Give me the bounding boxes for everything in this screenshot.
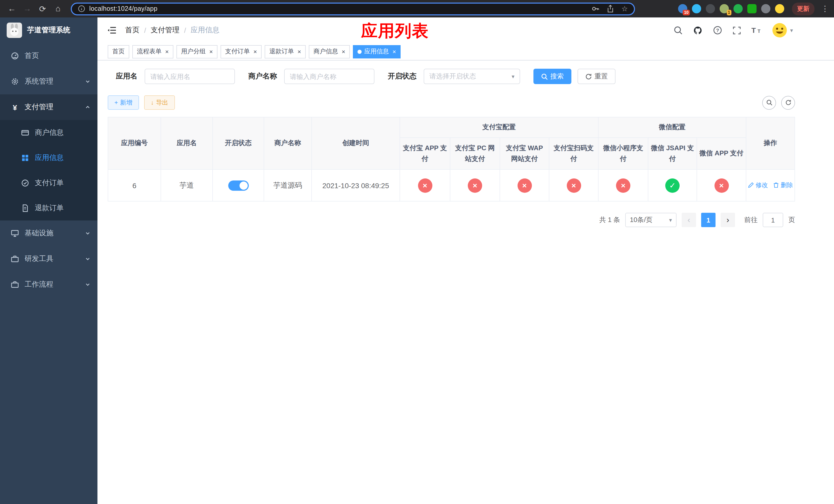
cell-alipay-wap: ×: [500, 169, 549, 201]
back-icon[interactable]: ←: [5, 2, 19, 15]
extensions-puzzle-icon[interactable]: [761, 4, 770, 13]
tab-label: 商户信息: [313, 47, 338, 56]
enable-switch[interactable]: [228, 180, 248, 190]
page-size-select[interactable]: 10条/页 ▾: [625, 213, 677, 227]
close-icon[interactable]: ×: [392, 48, 396, 54]
sidebar-item-merchant-info[interactable]: 商户信息: [0, 120, 97, 145]
sidebar-logo[interactable]: 芋道管理系统: [0, 18, 97, 43]
add-button[interactable]: + 新增: [108, 95, 139, 110]
edit-button[interactable]: 修改: [748, 181, 768, 190]
next-page-button[interactable]: ›: [721, 213, 735, 227]
extension-icon-green-square[interactable]: [747, 4, 756, 13]
breadcrumb-payment[interactable]: 支付管理: [151, 26, 179, 35]
sidebar-item-home[interactable]: 首页: [0, 43, 97, 69]
tab-app-info[interactable]: 应用信息×: [353, 45, 401, 58]
close-icon[interactable]: ×: [209, 48, 213, 54]
svg-text:T: T: [752, 26, 756, 35]
close-icon[interactable]: ×: [254, 48, 257, 54]
forward-icon[interactable]: →: [21, 2, 34, 15]
sidebar-item-app-info[interactable]: 应用信息: [0, 145, 97, 170]
current-page-button[interactable]: 1: [701, 213, 716, 227]
sidebar-item-dev-tools[interactable]: 研发工具: [0, 246, 97, 272]
tab-user-group[interactable]: 用户分组×: [176, 45, 218, 58]
close-icon[interactable]: ×: [342, 48, 345, 54]
sidebar-item-label: 商户信息: [35, 128, 64, 137]
chevron-down-icon: [85, 231, 90, 236]
refresh-table-button[interactable]: [781, 96, 795, 110]
tab-refund-orders[interactable]: 退款订单×: [265, 45, 306, 58]
url-text: localhost:1024/pay/app: [89, 5, 157, 12]
status-cross-icon: ×: [567, 178, 581, 192]
address-bar[interactable]: localhost:1024/pay/app ☆: [71, 2, 635, 15]
tab-home[interactable]: 首页: [108, 45, 129, 58]
reset-button-label: 重置: [594, 72, 608, 81]
site-info-icon[interactable]: [78, 5, 85, 12]
export-button-label: 导出: [156, 98, 168, 107]
browser-menu-icon[interactable]: ⋮: [821, 4, 829, 13]
github-icon[interactable]: [693, 25, 703, 35]
sidebar-item-label: 支付订单: [35, 178, 64, 187]
sidebar-item-payment[interactable]: ¥ 支付管理: [0, 94, 97, 120]
breadcrumb-home[interactable]: 首页: [125, 26, 139, 35]
merchant-name-input[interactable]: [284, 69, 374, 84]
delete-button-label: 删除: [781, 181, 793, 190]
password-key-icon[interactable]: [592, 5, 600, 13]
toolbox-icon: [10, 255, 20, 263]
sidebar-item-payment-orders[interactable]: 支付订单: [0, 170, 97, 196]
toolbox-icon: [10, 280, 20, 289]
pencil-icon: [748, 182, 754, 188]
status-cross-icon: ×: [468, 178, 482, 192]
profile-emoji-icon[interactable]: [775, 4, 784, 13]
yuan-icon: ¥: [10, 103, 20, 112]
tab-label: 应用信息: [364, 47, 389, 56]
app-name-input[interactable]: [145, 69, 235, 84]
fullscreen-icon[interactable]: [733, 26, 741, 35]
toggle-search-button[interactable]: [762, 96, 776, 110]
sidebar-item-workflow[interactable]: 工作流程: [0, 272, 97, 297]
sidebar-item-refund-orders[interactable]: 退款订单: [0, 196, 97, 221]
sidebar-toggle-icon[interactable]: [107, 25, 117, 36]
dashboard-icon: [10, 52, 20, 60]
pagination: 共 1 条 10条/页 ▾ ‹ 1 › 前往 页: [108, 213, 795, 227]
close-icon[interactable]: ×: [165, 48, 169, 54]
sidebar-item-system[interactable]: 系统管理: [0, 69, 97, 94]
extension-icon-blue[interactable]: 10: [678, 4, 687, 13]
extension-icon-lightblue[interactable]: [692, 4, 701, 13]
bookmark-star-icon[interactable]: ☆: [621, 5, 628, 12]
sidebar-item-infrastructure[interactable]: 基础设施: [0, 221, 97, 246]
col-header-name: 应用名: [161, 117, 213, 169]
status-select[interactable]: 请选择开启状态 ▾: [424, 69, 520, 84]
navbar-actions: ? TT ▾: [674, 23, 793, 38]
search-icon[interactable]: [674, 26, 683, 35]
sidebar-item-label: 应用信息: [35, 153, 64, 162]
extension-icon-green-circle[interactable]: [733, 4, 743, 13]
extension-icon-avatar[interactable]: 1: [720, 4, 729, 13]
help-icon[interactable]: ?: [713, 26, 722, 35]
prev-page-button[interactable]: ‹: [682, 213, 696, 227]
col-header-status: 开启状态: [213, 117, 264, 169]
cell-actions: 修改 删除: [746, 169, 795, 201]
svg-text:T: T: [758, 29, 761, 34]
browser-update-button[interactable]: 更新: [792, 2, 814, 15]
user-avatar[interactable]: ▾: [772, 23, 793, 38]
extension-icon-dark[interactable]: [706, 4, 715, 13]
share-icon[interactable]: [607, 5, 614, 13]
tab-merchant-info[interactable]: 商户信息×: [309, 45, 350, 58]
card-icon: [21, 129, 30, 137]
goto-page-input[interactable]: [763, 213, 783, 227]
monitor-icon: [10, 229, 20, 237]
delete-button[interactable]: 删除: [773, 181, 793, 190]
reload-icon[interactable]: ⟳: [36, 2, 49, 15]
reset-button[interactable]: 重置: [577, 69, 615, 84]
status-cross-icon: ×: [418, 178, 432, 192]
export-button[interactable]: ↓ 导出: [144, 95, 175, 110]
tab-payment-orders[interactable]: 支付订单×: [221, 45, 262, 58]
home-icon[interactable]: ⌂: [51, 2, 65, 15]
close-icon[interactable]: ×: [298, 48, 301, 54]
font-size-icon[interactable]: TT: [752, 26, 762, 35]
sidebar-item-label: 支付管理: [25, 102, 53, 112]
extension-badge: 10: [683, 10, 690, 15]
chevron-down-icon: ▾: [790, 27, 793, 33]
tab-process-form[interactable]: 流程表单×: [132, 45, 173, 58]
search-button[interactable]: 搜索: [533, 69, 571, 84]
